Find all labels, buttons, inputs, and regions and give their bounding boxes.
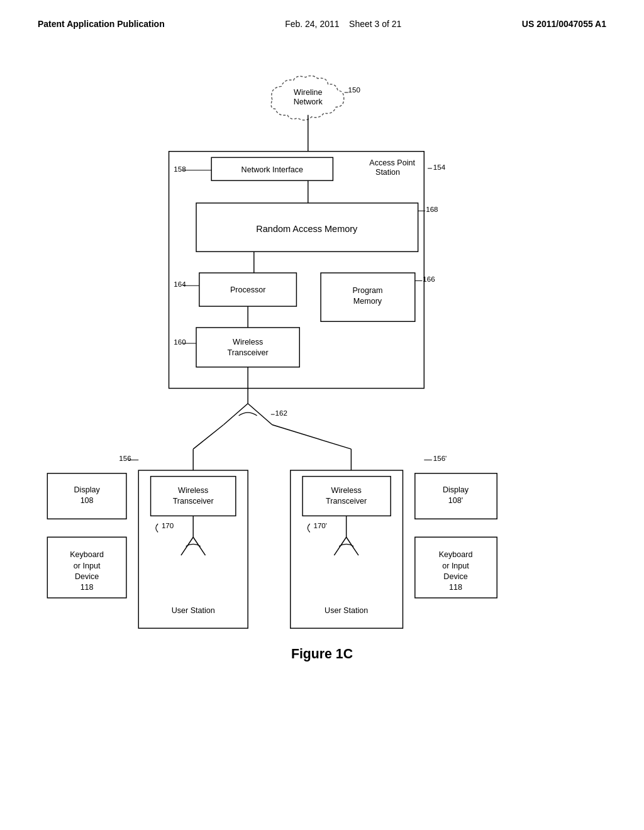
page-header: Patent Application Publication Feb. 24, … xyxy=(0,0,644,29)
ant-right-r xyxy=(347,537,358,555)
label-164: 164 xyxy=(174,280,186,288)
ram-label: Random Access Memory xyxy=(256,224,358,234)
diagram-svg: Wireline Network 150 Access Point Statio… xyxy=(0,75,644,792)
kb-left-label1: Keyboard xyxy=(70,550,104,559)
label-168: 168 xyxy=(426,206,438,213)
ap-label2: Station xyxy=(375,168,400,177)
label-158: 158 xyxy=(174,165,186,173)
wt-left-label2: Transceiver xyxy=(173,497,214,506)
header-center: Feb. 24, 2011 Sheet 3 of 21 xyxy=(285,19,401,29)
wireline-network-node: Wireline Network 150 xyxy=(271,75,360,120)
wt-left-label1: Wireless xyxy=(178,486,208,495)
ap-label1: Access Point xyxy=(369,158,415,167)
network-interface-label: Network Interface xyxy=(242,165,303,174)
processor-label: Processor xyxy=(230,285,265,294)
display-left-label1: Display xyxy=(74,485,101,494)
line-right-branch xyxy=(272,425,352,450)
header-sheet: Sheet 3 of 21 xyxy=(349,19,401,29)
figure-caption: Figure 1C xyxy=(291,646,353,661)
prog-mem-label1: Program xyxy=(352,286,382,295)
header-left: Patent Application Publication xyxy=(38,19,165,29)
label-156-left: 156 xyxy=(119,455,131,462)
kb-left-label3: Device xyxy=(75,572,99,581)
display-right-label1: Display xyxy=(443,485,469,494)
label-156-right: 156' xyxy=(433,455,447,462)
wt-ap-label1: Wireless xyxy=(233,338,263,346)
ant-right-l xyxy=(334,537,346,555)
ant-left-r xyxy=(193,537,205,555)
user-station-right-label: User Station xyxy=(325,606,368,615)
wt-right-box xyxy=(303,477,391,516)
line-left-branch xyxy=(193,425,223,450)
antenna-right xyxy=(248,404,272,425)
label-170-left: 170 xyxy=(162,522,174,529)
ant-left-l xyxy=(181,537,193,555)
wt-right-label1: Wireless xyxy=(331,486,362,495)
wireline-label: Wireline xyxy=(294,88,322,97)
wt-left-box xyxy=(151,477,236,516)
header-date: Feb. 24, 2011 xyxy=(285,19,339,29)
kb-left-label4: 118 xyxy=(80,583,94,592)
display-left-label2: 108 xyxy=(80,496,94,505)
display-right-label2: 108' xyxy=(448,496,463,505)
diagram-area: Wireline Network 150 Access Point Statio… xyxy=(0,75,644,792)
wt-right-label2: Transceiver xyxy=(326,497,367,506)
label-162: 162 xyxy=(275,409,287,417)
prog-mem-label2: Memory xyxy=(353,297,382,306)
kb-right-label1: Keyboard xyxy=(439,550,473,559)
wireline-label2: Network xyxy=(294,97,323,106)
header-right: US 2011/0047055 A1 xyxy=(522,19,606,29)
kb-right-label3: Device xyxy=(443,572,467,581)
kb-right-label2: or Input xyxy=(442,562,469,570)
antenna-curve xyxy=(239,412,257,416)
access-point-box xyxy=(169,152,425,389)
user-station-left-label: User Station xyxy=(172,606,215,615)
antenna-left xyxy=(223,404,248,425)
wt-ap-label2: Transceiver xyxy=(228,348,269,357)
label-154: 154 xyxy=(433,163,446,171)
label-166: 166 xyxy=(423,275,435,283)
label-150: 150 xyxy=(348,86,360,94)
label-160: 160 xyxy=(174,338,186,346)
kb-left-label2: or Input xyxy=(74,562,101,570)
wt-ap-box xyxy=(196,328,299,367)
kb-right-label4: 118 xyxy=(449,583,462,592)
label-170-right: 170' xyxy=(313,522,327,529)
